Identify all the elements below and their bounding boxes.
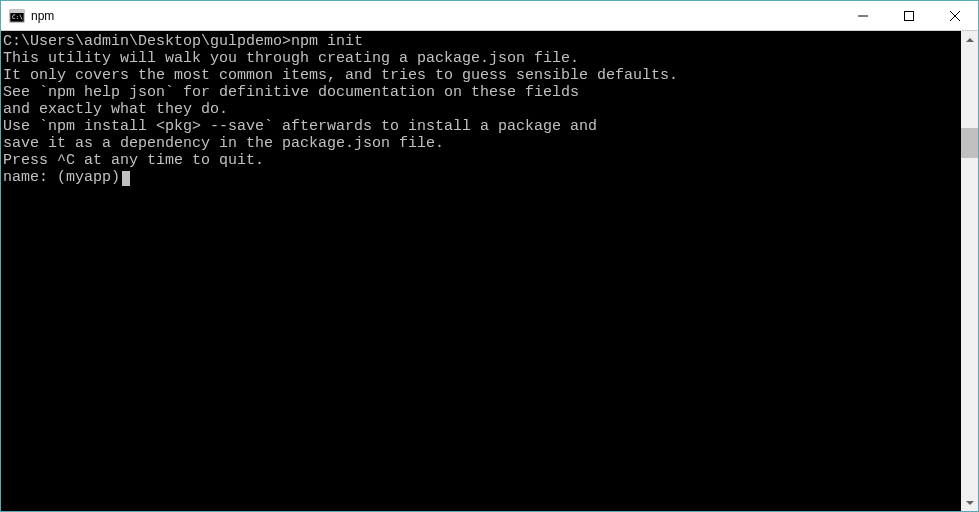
svg-text:C:\: C:\ bbox=[12, 13, 23, 20]
scroll-down-arrow[interactable] bbox=[961, 494, 978, 511]
terminal-container: C:\Users\admin\Desktop\gulpdemo>npm init… bbox=[1, 31, 978, 511]
close-button[interactable] bbox=[932, 1, 978, 30]
command-text: npm init bbox=[291, 33, 363, 50]
output-line: save it as a dependency in the package.j… bbox=[3, 135, 961, 152]
input-line: name: (myapp) bbox=[3, 169, 961, 186]
prompt-path: C:\Users\admin\Desktop\gulpdemo> bbox=[3, 33, 291, 50]
output-line: This utility will walk you through creat… bbox=[3, 50, 961, 67]
window-titlebar: C:\ npm bbox=[1, 1, 978, 31]
app-icon: C:\ bbox=[9, 8, 25, 24]
output-line: Use `npm install <pkg> --save` afterward… bbox=[3, 118, 961, 135]
vertical-scrollbar[interactable] bbox=[961, 31, 978, 511]
maximize-button[interactable] bbox=[886, 1, 932, 30]
cursor bbox=[122, 171, 130, 186]
svg-marker-7 bbox=[966, 38, 974, 42]
output-line: See `npm help json` for definitive docum… bbox=[3, 84, 961, 101]
minimize-button[interactable] bbox=[840, 1, 886, 30]
scroll-thumb[interactable] bbox=[961, 128, 978, 158]
window-controls bbox=[840, 1, 978, 30]
input-prompt: name: (myapp) bbox=[3, 169, 120, 186]
terminal-output[interactable]: C:\Users\admin\Desktop\gulpdemo>npm init… bbox=[1, 31, 961, 511]
output-line: Press ^C at any time to quit. bbox=[3, 152, 961, 169]
svg-marker-8 bbox=[966, 501, 974, 505]
window-title: npm bbox=[31, 9, 840, 23]
prompt-line: C:\Users\admin\Desktop\gulpdemo>npm init bbox=[3, 33, 961, 50]
output-line: and exactly what they do. bbox=[3, 101, 961, 118]
scroll-up-arrow[interactable] bbox=[961, 31, 978, 48]
svg-rect-4 bbox=[905, 11, 914, 20]
output-line: It only covers the most common items, an… bbox=[3, 67, 961, 84]
scroll-track[interactable] bbox=[961, 48, 978, 494]
